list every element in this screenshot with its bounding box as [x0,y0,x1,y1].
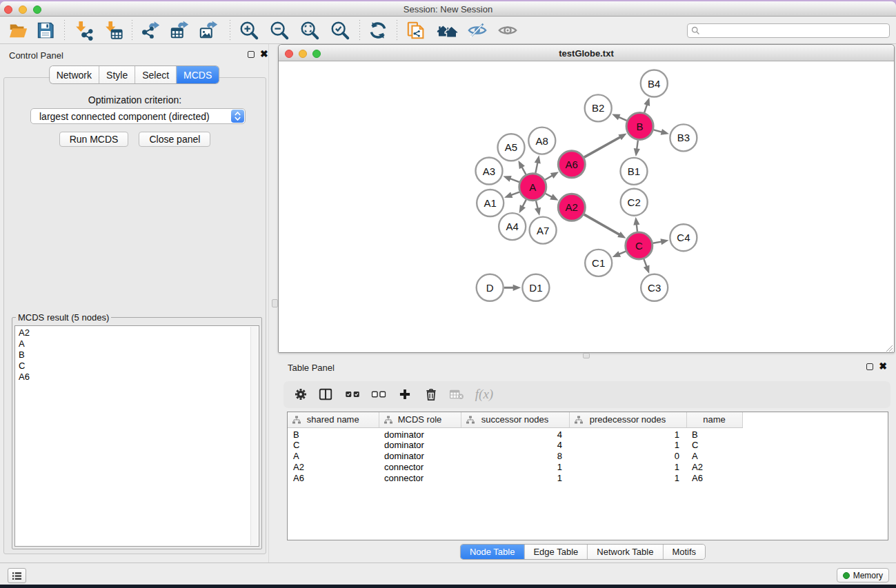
cell[interactable]: 1 [569,427,686,440]
horizontal-splitter-handle[interactable] [583,353,590,358]
zoom-in-icon[interactable] [238,19,260,41]
edge-A2-C[interactable] [584,214,620,235]
tab-node-table[interactable]: Node Table [461,545,525,559]
edge-B-B4[interactable] [644,104,647,113]
cell[interactable]: dominator [379,451,461,462]
cell[interactable]: A [686,451,742,462]
tab-network[interactable]: Network [50,66,99,83]
export-table-icon[interactable] [169,19,191,41]
table-row[interactable]: Cdominator41C [288,440,888,451]
show-column-icon[interactable] [319,389,332,401]
create-column-icon[interactable] [399,389,411,401]
table-row[interactable]: A2connector11A2 [288,462,888,473]
edge-A6-B[interactable] [584,136,621,157]
cell[interactable]: 4 [461,440,569,451]
edge-B-B2[interactable] [618,116,627,121]
close-table-panel-icon[interactable]: ✖ [879,363,887,370]
vertical-splitter-handle[interactable] [272,299,278,307]
cell[interactable]: dominator [379,440,461,451]
column-header-MCDS-role[interactable]: MCDS role [379,412,461,427]
apply-layout-icon[interactable] [367,19,389,41]
column-header-name[interactable]: name [686,412,742,427]
cell[interactable]: A2 [686,462,742,473]
edge-C-C4[interactable] [653,241,663,243]
edge-B-B3[interactable] [654,130,663,132]
resize-grip-icon[interactable] [884,343,893,352]
cell[interactable]: connector [379,473,461,484]
tab-style[interactable]: Style [99,66,135,83]
mcds-result-item[interactable]: A [17,338,250,349]
export-image-icon[interactable] [198,19,220,41]
edge-A-A3[interactable] [509,179,519,182]
cell[interactable]: B [686,427,742,440]
run-mcds-button[interactable]: Run MCDS [59,132,129,147]
network-window-titlebar[interactable]: testGlobe.txt [279,45,894,61]
network-canvas[interactable]: B4B2BB3A5A8A6B1A3AA1C2A2A4A7C4CC1C3DD1 [279,62,894,352]
tab-mcds[interactable]: MCDS [177,66,219,83]
cell[interactable]: 0 [569,451,686,462]
cell[interactable]: C [686,440,742,451]
export-network-icon[interactable] [140,19,162,41]
cell[interactable]: A [288,451,379,462]
zoom-selected-icon[interactable] [329,19,351,41]
cell[interactable]: 1 [569,462,686,473]
edge-B-B1[interactable] [637,141,638,150]
cell[interactable]: 8 [461,451,569,462]
cell[interactable]: 4 [461,427,569,440]
close-panel-button[interactable]: Close panel [139,132,210,147]
cell[interactable]: C [288,440,379,451]
table-row[interactable]: A6connector11A6 [288,473,888,484]
mcds-result-item[interactable]: B [17,349,250,361]
criterion-dropdown[interactable]: largest connected component (directed) [30,108,246,124]
edge-A-A8[interactable] [535,162,537,173]
close-panel-icon[interactable]: ✖ [260,50,268,58]
cell[interactable]: 1 [461,473,569,484]
cell[interactable]: connector [379,462,461,473]
mcds-list-scrollbar[interactable] [250,327,258,545]
cell[interactable]: 1 [569,473,686,484]
save-session-icon[interactable] [34,19,57,41]
tab-network-table[interactable]: Network Table [588,545,663,559]
memory-button[interactable]: Memory [837,568,889,582]
cell[interactable]: dominator [379,427,461,440]
zoom-out-icon[interactable] [268,19,290,41]
clone-network-icon[interactable] [406,19,428,41]
task-history-button[interactable] [8,568,26,583]
home-icon[interactable] [436,19,458,41]
tab-motifs[interactable]: Motifs [663,545,705,559]
column-header-predecessor-nodes[interactable]: predecessor nodes [569,412,686,427]
cell[interactable]: A6 [288,473,379,484]
edge-A-A5[interactable] [521,166,526,174]
table-row[interactable]: Bdominator41B [288,427,888,440]
show-all-icon[interactable] [497,19,519,41]
select-all-columns-icon[interactable] [345,391,359,398]
open-file-icon[interactable] [7,19,29,41]
unselect-all-columns-icon[interactable] [372,391,386,398]
cell[interactable]: 1 [461,462,569,473]
edge-A-A6[interactable] [545,175,553,180]
cell[interactable]: A6 [686,473,742,484]
search-input[interactable] [700,24,889,37]
import-table-icon[interactable] [102,19,124,41]
node-table[interactable]: shared nameMCDS rolesuccessor nodesprede… [287,412,888,540]
mcds-result-list[interactable]: A2ABCA6 [14,325,259,547]
mcds-result-item[interactable]: A2 [17,327,250,338]
mcds-result-item[interactable]: A6 [17,372,250,383]
cell[interactable]: A2 [288,462,379,473]
search-field[interactable] [687,23,890,38]
delete-columns-icon[interactable] [425,388,437,401]
tab-edge-table[interactable]: Edge Table [524,545,588,559]
column-header-shared-name[interactable]: shared name [288,412,379,427]
cell[interactable]: B [288,427,379,440]
float-panel-icon[interactable] [248,51,255,58]
mcds-result-item[interactable]: C [17,361,250,372]
float-table-panel-icon[interactable] [866,363,873,370]
column-header-successor-nodes[interactable]: successor nodes [461,412,569,427]
hide-selected-icon[interactable] [466,19,488,41]
zoom-fit-icon[interactable] [299,19,321,41]
table-row[interactable]: Adominator80A [288,451,888,462]
table-options-icon[interactable] [295,388,308,401]
tab-select[interactable]: Select [135,66,177,83]
import-network-icon[interactable] [72,19,94,41]
edge-A-A1[interactable] [510,192,519,196]
